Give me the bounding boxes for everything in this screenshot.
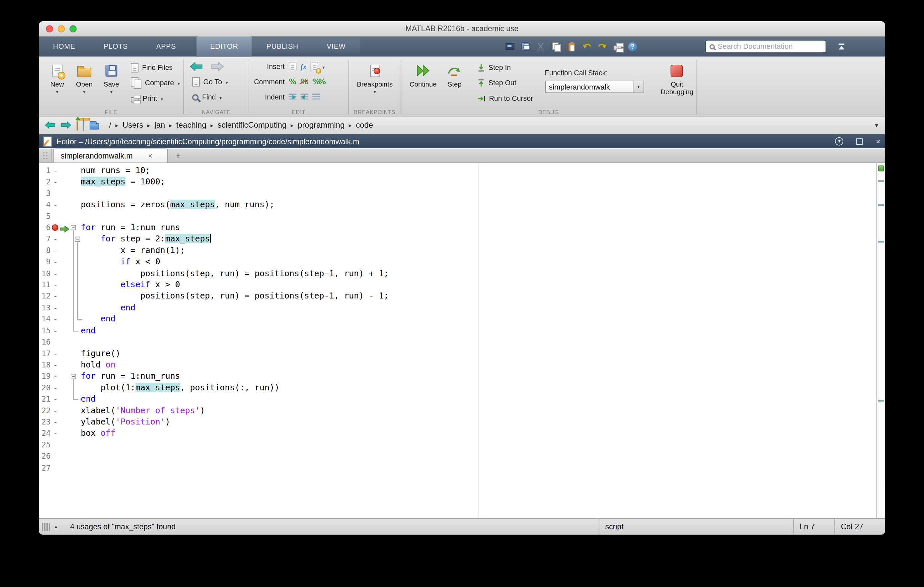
line-exec-marker[interactable]: - [51, 370, 60, 382]
copy-icon[interactable] [551, 41, 561, 51]
usage-marker[interactable] [878, 204, 884, 206]
cut-icon[interactable] [536, 41, 546, 51]
print-icon[interactable] [612, 41, 622, 51]
ribbon-tab-apps[interactable]: APPS [142, 36, 190, 56]
message-indicator-bar[interactable] [876, 163, 885, 518]
dropdown-caret-icon[interactable]: ▾ [322, 64, 325, 70]
line-exec-marker[interactable]: - [51, 347, 60, 359]
function-call-stack-dropdown[interactable]: simplerandomwalk ▾ [545, 81, 644, 93]
paste-icon[interactable] [566, 41, 576, 51]
browse-folder-button[interactable] [83, 120, 84, 130]
line-exec-marker[interactable]: - [51, 245, 60, 256]
line-exec-marker[interactable] [51, 188, 60, 199]
code-line[interactable]: 14- end [39, 313, 876, 325]
open-button[interactable]: Open ▾ [71, 59, 98, 107]
line-exec-marker[interactable]: - [51, 405, 60, 416]
help-icon[interactable]: ? [628, 41, 638, 51]
new-tab-button[interactable]: + [172, 150, 185, 163]
window-titlebar[interactable]: MATLAB R2016b - academic use [39, 21, 885, 36]
line-exec-marker[interactable] [51, 336, 60, 347]
ribbon-tab-publish[interactable]: PUBLISH [252, 36, 312, 56]
code-line[interactable]: 12- positions(step, run) = positions(ste… [39, 291, 876, 302]
editor-actions-menu-icon[interactable]: ▼ [835, 137, 844, 146]
save-icon[interactable] [520, 41, 530, 51]
ribbon-tab-plots[interactable]: PLOTS [89, 36, 142, 56]
goto-button[interactable]: Go To ▾ [190, 74, 249, 90]
code-line[interactable]: 22-xlabel('Number of steps') [39, 405, 876, 416]
step-button[interactable]: Step [441, 59, 468, 107]
code-editor[interactable]: 1-num_runs = 10;2-max_steps = 1000;34-po… [39, 163, 885, 518]
code-line[interactable]: 19-for run = 1:num_runs [39, 370, 876, 382]
editor-maximize-icon[interactable] [856, 138, 863, 145]
line-exec-marker[interactable]: - [51, 268, 60, 279]
line-exec-marker[interactable]: - [51, 325, 60, 336]
usage-marker[interactable] [878, 400, 884, 401]
print-button[interactable]: Print ▾ [129, 90, 180, 106]
usage-marker[interactable] [878, 180, 884, 182]
insert-function-icon[interactable]: fx [301, 62, 307, 71]
undo-icon[interactable] [581, 41, 591, 51]
code-line[interactable]: 11- elseif x > 0 [39, 279, 876, 291]
breadcrumb-item[interactable]: / [109, 121, 111, 130]
uncomment-icon[interactable]: % [301, 77, 309, 86]
back-arrow-button[interactable] [190, 62, 203, 71]
comment-icon[interactable]: % [289, 77, 296, 86]
search-input[interactable] [718, 43, 822, 51]
code-line[interactable]: 4-positions = zeros(max_steps, num_runs)… [39, 199, 876, 210]
line-exec-marker[interactable] [51, 462, 60, 473]
code-line[interactable]: 18-hold on [39, 359, 876, 370]
line-exec-marker[interactable]: - [51, 233, 60, 245]
code-line[interactable]: 20- plot(1:max_steps, positions(:, run)) [39, 382, 876, 393]
run-to-cursor-button[interactable]: Run to Cursor [475, 90, 533, 106]
code-line[interactable]: 21-end [39, 393, 876, 404]
line-exec-marker[interactable]: - [51, 359, 60, 370]
line-exec-marker[interactable]: - [51, 428, 60, 439]
code-line[interactable]: 16 [39, 336, 876, 347]
insert-template-icon[interactable]: + [311, 62, 318, 71]
ribbon-tab-editor[interactable]: EDITOR [196, 36, 252, 56]
step-out-button[interactable]: Step Out [475, 75, 533, 90]
tabbar-grip[interactable] [39, 148, 52, 163]
editor-close-icon[interactable]: × [876, 138, 880, 145]
breadcrumb-item[interactable]: jan [154, 121, 165, 130]
line-exec-marker[interactable]: - [51, 279, 60, 291]
step-in-button[interactable]: Step In [475, 60, 533, 75]
redo-icon[interactable] [597, 41, 607, 51]
documentation-search[interactable] [705, 40, 826, 53]
line-exec-marker[interactable] [51, 210, 60, 222]
line-exec-marker[interactable] [51, 439, 60, 451]
find-files-button[interactable]: Find Files [129, 60, 180, 75]
indent-left-icon[interactable] [301, 94, 309, 100]
code-line[interactable]: 24-box off [39, 428, 876, 439]
breadcrumb-item[interactable]: code [356, 121, 373, 130]
breakpoint-dot[interactable] [52, 225, 58, 231]
folder-forward-button[interactable] [61, 122, 71, 129]
code-line[interactable]: 7- for step = 2:max_steps [39, 233, 876, 245]
code-line[interactable]: 3 [39, 188, 876, 199]
line-exec-marker[interactable]: - [51, 382, 60, 393]
file-tab[interactable]: simplerandomwalk.m × [53, 148, 168, 163]
ribbon-tab-home[interactable]: HOME [39, 36, 89, 56]
new-button[interactable]: + New ▾ [43, 59, 71, 107]
ribbon-tab-view[interactable]: VIEW [313, 36, 360, 56]
line-exec-marker[interactable]: - [51, 257, 60, 268]
breadcrumb-item[interactable]: Users [122, 121, 144, 130]
folder-back-button[interactable] [45, 122, 55, 129]
code-line[interactable]: 15-end [39, 325, 876, 336]
line-exec-marker[interactable]: - [51, 313, 60, 325]
editor-titlebar[interactable]: Editor – /Users/jan/teaching/scientificC… [39, 134, 885, 149]
code-line[interactable]: 26 [39, 451, 876, 462]
indent-right-icon[interactable] [312, 94, 320, 100]
line-exec-marker[interactable]: - [51, 165, 60, 176]
forward-arrow-button[interactable] [211, 62, 224, 71]
code-line[interactable]: 6for run = 1:num_runs [39, 222, 876, 233]
code-line[interactable]: 25 [39, 439, 876, 451]
usage-marker[interactable] [878, 241, 884, 243]
find-button[interactable]: Find ▾ [190, 90, 249, 105]
line-exec-marker[interactable]: - [51, 291, 60, 302]
breadcrumb-item[interactable]: scientificComputing [218, 121, 287, 130]
breadcrumb-item[interactable]: programming [298, 121, 345, 130]
code-line[interactable]: 23-ylabel('Position') [39, 416, 876, 428]
tab-close-icon[interactable]: × [148, 151, 152, 160]
code-line[interactable]: 10- positions(step, run) = positions(ste… [39, 268, 876, 279]
